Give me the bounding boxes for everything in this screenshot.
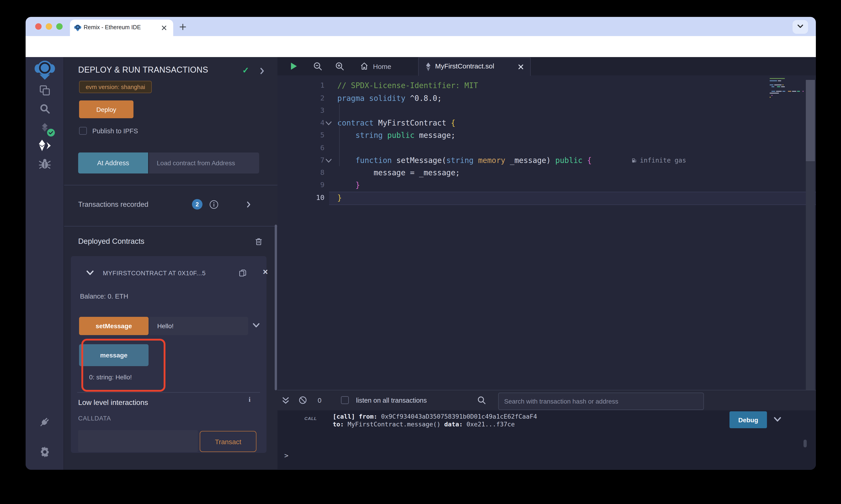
code-line[interactable]: 7 function setMessage(string memory _mes… xyxy=(277,154,816,167)
zoom-out-icon[interactable] xyxy=(313,61,323,71)
tab-file-label: MyFirstContract.sol xyxy=(435,62,494,70)
panel-collapse-chevron-icon[interactable] xyxy=(260,68,265,74)
search-icon[interactable] xyxy=(25,102,64,115)
calldata-input[interactable] xyxy=(78,430,198,452)
terminal-search-input[interactable] xyxy=(498,393,704,410)
clear-instances-trash-icon[interactable] xyxy=(254,236,263,247)
solidity-compiler-icon[interactable] xyxy=(25,121,64,134)
code-line[interactable]: 4contract MyFirstContract { xyxy=(277,117,816,129)
debugger-icon[interactable] xyxy=(25,157,64,170)
editor-minimap[interactable] xyxy=(770,78,806,104)
fold-chevron-icon[interactable] xyxy=(325,158,332,164)
code-line[interactable]: 2pragma solidity ^0.8.0; xyxy=(277,92,816,104)
browser-tab[interactable]: Remix - Ethereum IDE xyxy=(70,20,173,36)
remove-instance-icon[interactable]: × xyxy=(263,267,268,277)
terminal-scrollbar-dot[interactable] xyxy=(804,439,807,447)
close-window-button[interactable] xyxy=(35,23,41,30)
code-line[interactable]: 3 xyxy=(277,105,816,117)
code-line[interactable]: 9 } xyxy=(277,179,816,192)
remix-logo-icon[interactable] xyxy=(25,59,64,80)
tab-file-active[interactable]: MyFirstContract.sol xyxy=(418,57,531,76)
solidity-file-icon xyxy=(425,62,431,72)
browser-window: Remix - Ethereum IDE xyxy=(25,17,816,470)
plugin-manager-icon[interactable] xyxy=(25,415,64,429)
minimize-window-button[interactable] xyxy=(46,23,52,30)
panel-scrollbar[interactable] xyxy=(275,224,277,390)
code-line[interactable]: 8 message = _message; xyxy=(277,167,816,179)
close-tab-icon[interactable] xyxy=(160,24,168,32)
fold-chevron-icon[interactable] xyxy=(325,120,332,126)
transactions-count-badge: 2 xyxy=(192,199,203,210)
code-line[interactable]: 5 string public message; xyxy=(277,129,816,142)
contract-instance-title[interactable]: MYFIRSTCONTRACT AT 0X10F...5 xyxy=(103,256,235,290)
deployed-contracts-heading: Deployed Contracts xyxy=(78,237,144,246)
maximize-window-button[interactable] xyxy=(56,23,63,30)
tab-search-button[interactable] xyxy=(792,20,808,34)
browser-toolbar: remix.ethereum.org/#lang=en&optimize=fal… xyxy=(25,36,816,57)
remix-favicon-icon xyxy=(74,24,81,32)
transactions-expand-chevron-icon[interactable] xyxy=(246,201,251,208)
icon-rail xyxy=(25,57,64,470)
code-line[interactable]: 6 xyxy=(277,142,816,154)
divider xyxy=(64,226,277,227)
terminal-toolbar: 0 listen on all transactions xyxy=(277,390,816,411)
editor-pane: Home MyFirstContract.sol 1// SPDX-Licens… xyxy=(277,57,816,470)
copy-address-icon[interactable] xyxy=(238,268,247,278)
call-type-badge: CALL xyxy=(304,416,317,421)
listen-transactions-checkbox[interactable] xyxy=(341,396,349,404)
clear-console-icon[interactable] xyxy=(298,396,307,404)
panel-title: DEPLOY & RUN TRANSACTIONS xyxy=(78,65,208,75)
gas-annotation: infinite gas xyxy=(631,154,686,167)
screen: Remix - Ethereum IDE xyxy=(0,0,841,504)
evm-version-badge: evm version: shanghai xyxy=(79,81,152,93)
publish-ipfs-label: Publish to IPFS xyxy=(92,127,138,135)
zoom-in-icon[interactable] xyxy=(335,61,345,71)
new-tab-button[interactable] xyxy=(178,22,187,32)
publish-ipfs-checkbox[interactable] xyxy=(79,127,87,135)
at-address-input[interactable] xyxy=(149,152,259,174)
tab-home-label: Home xyxy=(373,62,391,70)
compile-success-badge xyxy=(47,129,55,137)
contract-collapse-chevron-icon[interactable] xyxy=(86,270,94,275)
settings-gear-icon[interactable] xyxy=(25,445,64,459)
deploy-run-icon[interactable] xyxy=(25,139,64,152)
browser-tabstrip: Remix - Ethereum IDE xyxy=(25,17,816,36)
expand-params-chevron-icon[interactable] xyxy=(253,323,260,328)
transactions-recorded-label: Transactions recorded xyxy=(78,200,148,209)
low-level-info-icon[interactable]: i xyxy=(248,396,251,403)
transactions-info-icon[interactable] xyxy=(209,200,219,209)
at-address-button[interactable]: At Address xyxy=(78,152,148,174)
run-script-icon[interactable] xyxy=(290,62,297,70)
contract-balance: Balance: 0. ETH xyxy=(80,293,128,300)
editor-tabbar: Home MyFirstContract.sol xyxy=(277,57,816,75)
debug-button[interactable]: Debug xyxy=(730,411,767,428)
indent-guide xyxy=(339,104,340,166)
gas-pump-icon xyxy=(631,158,637,163)
set-message-button[interactable]: setMessage xyxy=(79,317,149,335)
divider xyxy=(77,392,260,393)
terminal-log-line: [call] from: 0x9Cf934043aD350758391b0D01… xyxy=(333,413,537,420)
low-level-heading: Low level interactions xyxy=(78,398,148,407)
divider xyxy=(64,185,277,185)
deploy-button[interactable]: Deploy xyxy=(79,101,134,118)
file-explorer-icon[interactable] xyxy=(25,84,64,97)
listen-transactions-label: listen on all transactions xyxy=(356,397,427,404)
log-collapse-chevron-icon[interactable] xyxy=(774,417,781,422)
tab-title: Remix - Ethereum IDE xyxy=(84,24,141,31)
terminal-log-line: to: MyFirstContract.message() data: 0xe2… xyxy=(333,420,515,428)
code-line[interactable]: 10} xyxy=(277,192,816,204)
set-message-input[interactable] xyxy=(150,317,248,335)
editor-scrollbar-thumb[interactable] xyxy=(806,80,815,161)
highlight-red-box xyxy=(81,339,166,392)
terminal-expand-icon[interactable] xyxy=(282,397,289,404)
calldata-label: CALLDATA xyxy=(78,415,111,422)
tab-home[interactable]: Home xyxy=(360,57,391,75)
close-file-tab-icon[interactable] xyxy=(517,64,524,70)
panel-check-icon: ✓ xyxy=(242,65,249,75)
terminal-count: 0 xyxy=(317,396,322,404)
deploy-run-panel: DEPLOY & RUN TRANSACTIONS ✓ evm version:… xyxy=(64,57,277,470)
code-line[interactable]: 1// SPDX-License-Identifier: MIT xyxy=(277,80,816,92)
code-editor[interactable]: 1// SPDX-License-Identifier: MIT2pragma … xyxy=(277,75,816,390)
terminal-prompt[interactable]: > xyxy=(284,451,288,460)
transact-button[interactable]: Transact xyxy=(200,431,256,452)
